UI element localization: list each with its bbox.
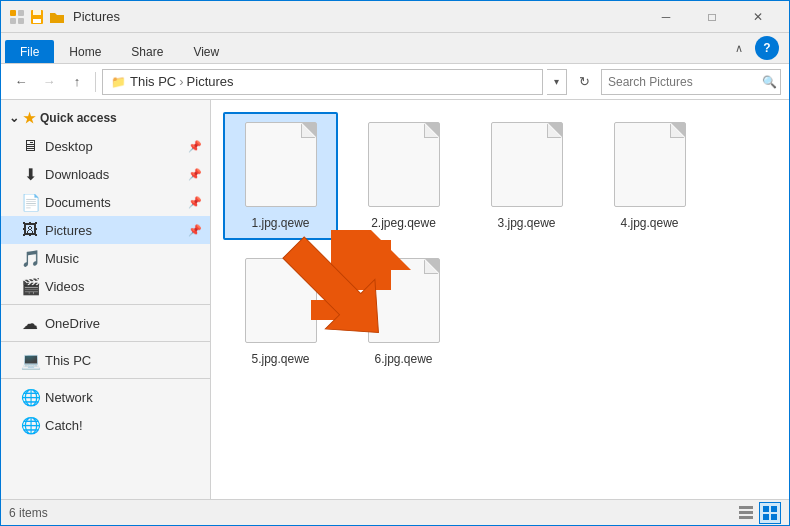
ribbon-tabs-row: File Home Share View ∧ ? [1,33,789,63]
svg-rect-6 [33,19,41,23]
sidebar-item-label-music: Music [45,251,79,266]
file-area-wrapper: 1.jpg.qewe 2.jpeg.qewe 3.jpg.qewe [211,100,789,499]
svg-rect-11 [739,506,753,509]
file-item-5[interactable]: 5.jpg.qewe [223,248,338,376]
tab-home[interactable]: Home [54,40,116,63]
quick-access-chevron: ⌄ [9,111,19,125]
svg-rect-15 [771,506,777,512]
music-icon: 🎵 [21,249,39,268]
pictures-icon: 🖼 [21,221,39,239]
status-items-count: 6 items [9,506,48,520]
videos-icon: 🎬 [21,277,39,296]
sidebar-item-label-onedrive: OneDrive [45,316,100,331]
tab-share[interactable]: Share [116,40,178,63]
svg-rect-5 [33,10,41,15]
refresh-button[interactable]: ↻ [571,69,597,95]
file-icon-6 [364,258,444,348]
address-dropdown-button[interactable]: ▾ [547,69,567,95]
maximize-button[interactable]: □ [689,1,735,33]
file-item-1[interactable]: 1.jpg.qewe [223,112,338,240]
svg-rect-13 [739,516,753,519]
file-label-6: 6.jpg.qewe [374,352,432,366]
search-icon[interactable]: 🔍 [762,75,777,89]
catch-icon: 🌐 [21,416,39,435]
close-button[interactable]: ✕ [735,1,781,33]
title-bar: Pictures ─ □ ✕ [1,1,789,33]
breadcrumb-pictures[interactable]: Pictures [187,74,234,89]
sidebar-item-onedrive[interactable]: ☁ OneDrive [1,309,210,337]
sidebar: ⌄ ★ Quick access 🖥 Desktop 📌 ⬇ Downloads… [1,100,211,499]
quick-access-icon[interactable] [9,9,25,25]
sidebar-item-downloads[interactable]: ⬇ Downloads 📌 [1,160,210,188]
file-icon-4 [610,122,690,212]
quick-access-star-icon: ★ [23,110,36,126]
sidebar-item-desktop[interactable]: 🖥 Desktop 📌 [1,132,210,160]
file-label-3: 3.jpg.qewe [497,216,555,230]
large-icons-view-button[interactable] [759,502,781,524]
sidebar-item-thispc[interactable]: 💻 This PC [1,346,210,374]
svg-rect-0 [10,10,16,16]
file-label-5: 5.jpg.qewe [251,352,309,366]
search-input[interactable] [608,75,758,89]
details-view-button[interactable] [735,502,757,524]
sidebar-item-catch[interactable]: 🌐 Catch! [1,411,210,439]
address-path[interactable]: 📁 This PC › Pictures [102,69,543,95]
sidebar-item-label-pictures: Pictures [45,223,92,238]
file-icon-2 [364,122,444,212]
svg-rect-2 [10,18,16,24]
sidebar-item-music[interactable]: 🎵 Music [1,244,210,272]
sidebar-item-documents[interactable]: 📄 Documents 📌 [1,188,210,216]
file-icon-3 [487,122,567,212]
pin-icon-downloads: 📌 [188,168,202,181]
file-item-3[interactable]: 3.jpg.qewe [469,112,584,240]
tab-view[interactable]: View [178,40,234,63]
sidebar-item-videos[interactable]: 🎬 Videos [1,272,210,300]
ribbon: File Home Share View ∧ ? [1,33,789,64]
file-area: 1.jpg.qewe 2.jpeg.qewe 3.jpg.qewe [211,100,789,499]
pin-icon-pictures: 📌 [188,224,202,237]
svg-rect-17 [771,514,777,520]
save-icon[interactable] [29,9,45,25]
svg-rect-14 [763,506,769,512]
quick-access-header: ⌄ ★ Quick access [1,104,210,132]
window-controls: ─ □ ✕ [643,1,781,33]
file-item-6[interactable]: 6.jpg.qewe [346,248,461,376]
sidebar-divider-2 [1,341,210,342]
thispc-icon: 💻 [21,351,39,370]
sidebar-item-pictures[interactable]: 🖼 Pictures 📌 [1,216,210,244]
sidebar-item-label-documents: Documents [45,195,111,210]
forward-button[interactable]: → [37,70,61,94]
back-button[interactable]: ← [9,70,33,94]
ribbon-collapse-button[interactable]: ∧ [727,38,751,59]
sidebar-item-label-network: Network [45,390,93,405]
sidebar-item-label-desktop: Desktop [45,139,93,154]
pin-icon-documents: 📌 [188,196,202,209]
svg-rect-12 [739,511,753,514]
onedrive-icon: ☁ [21,314,39,333]
file-item-2[interactable]: 2.jpeg.qewe [346,112,461,240]
quick-access-label: Quick access [40,111,117,125]
sidebar-item-label-videos: Videos [45,279,85,294]
file-item-4[interactable]: 4.jpg.qewe [592,112,707,240]
pin-icon-desktop: 📌 [188,140,202,153]
sidebar-item-network[interactable]: 🌐 Network [1,383,210,411]
main-content: ⌄ ★ Quick access 🖥 Desktop 📌 ⬇ Downloads… [1,100,789,499]
window-title: Pictures [73,9,120,24]
help-button[interactable]: ? [755,36,779,60]
up-button[interactable]: ↑ [65,70,89,94]
view-icons [735,502,781,524]
sidebar-item-label-thispc: This PC [45,353,91,368]
breadcrumb-thispc[interactable]: This PC [130,74,176,89]
tab-file[interactable]: File [5,40,54,63]
documents-icon: 📄 [21,193,39,212]
minimize-button[interactable]: ─ [643,1,689,33]
network-icon: 🌐 [21,388,39,407]
search-box[interactable]: 🔍 [601,69,781,95]
ribbon-tabs: File Home Share View [1,33,238,63]
address-bar: ← → ↑ 📁 This PC › Pictures ▾ ↻ 🔍 [1,64,789,100]
svg-rect-1 [18,10,24,16]
file-icon-5 [241,258,321,348]
svg-rect-3 [18,18,24,24]
desktop-icon: 🖥 [21,137,39,155]
sidebar-divider-3 [1,378,210,379]
